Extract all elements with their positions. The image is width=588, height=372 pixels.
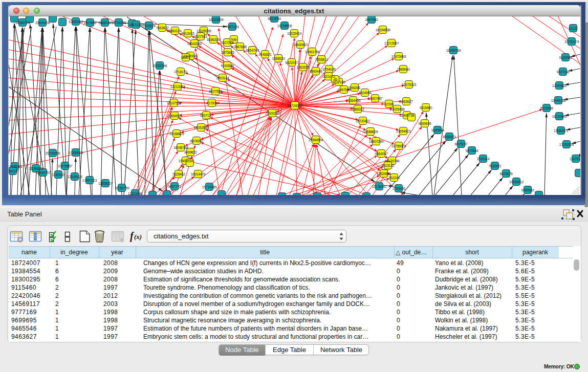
svg-text:2867608: 2867608 bbox=[233, 45, 247, 49]
svg-text:16648784: 16648784 bbox=[446, 49, 461, 52]
svg-text:9245652: 9245652 bbox=[521, 188, 534, 192]
svg-text:19384554: 19384554 bbox=[309, 138, 323, 142]
svg-text:8471676: 8471676 bbox=[499, 172, 513, 176]
svg-text:8960124: 8960124 bbox=[168, 29, 182, 33]
svg-text:15716485: 15716485 bbox=[202, 185, 217, 189]
svg-text:20206556: 20206556 bbox=[46, 151, 60, 155]
svg-text:3267130: 3267130 bbox=[200, 114, 213, 117]
svg-text:(x): (x) bbox=[134, 233, 142, 240]
svg-text:18720407: 18720407 bbox=[356, 119, 371, 123]
svg-text:7515524: 7515524 bbox=[142, 24, 156, 28]
svg-text:15751074: 15751074 bbox=[564, 40, 579, 43]
svg-text:9327508: 9327508 bbox=[221, 41, 234, 45]
svg-text:16914479: 16914479 bbox=[191, 172, 206, 176]
svg-text:8454749: 8454749 bbox=[246, 49, 259, 52]
svg-text:10975857: 10975857 bbox=[58, 164, 73, 168]
svg-text:13692971: 13692971 bbox=[554, 129, 569, 133]
svg-text:14055724: 14055724 bbox=[15, 21, 30, 25]
svg-text:9129966: 9129966 bbox=[559, 56, 572, 59]
svg-text:16033809: 16033809 bbox=[209, 18, 224, 21]
svg-text:8813054: 8813054 bbox=[268, 17, 281, 20]
svg-text:11325419: 11325419 bbox=[287, 32, 302, 35]
svg-text:16210643: 16210643 bbox=[552, 115, 567, 118]
svg-text:10973493: 10973493 bbox=[391, 55, 406, 58]
svg-text:8912915: 8912915 bbox=[181, 32, 194, 35]
svg-text:62160: 62160 bbox=[384, 102, 394, 106]
svg-text:12975115: 12975115 bbox=[402, 83, 417, 86]
svg-text:13226058: 13226058 bbox=[197, 29, 211, 33]
svg-text:12093822: 12093822 bbox=[552, 84, 567, 87]
svg-text:19654925: 19654925 bbox=[167, 114, 182, 118]
svg-text:9699695: 9699695 bbox=[418, 122, 431, 125]
svg-text:7485063: 7485063 bbox=[397, 68, 410, 71]
svg-text:17016504: 17016504 bbox=[559, 143, 574, 146]
svg-text:1615132: 1615132 bbox=[381, 164, 395, 167]
svg-text:9327503: 9327503 bbox=[194, 35, 207, 38]
svg-text:8322037: 8322037 bbox=[285, 61, 298, 64]
svg-text:19166825: 19166825 bbox=[169, 132, 184, 136]
svg-text:7886322: 7886322 bbox=[351, 107, 364, 111]
svg-text:9684067: 9684067 bbox=[375, 152, 388, 156]
svg-text:13958107: 13958107 bbox=[98, 182, 113, 185]
svg-text:16154838: 16154838 bbox=[376, 28, 390, 32]
svg-text:20364436: 20364436 bbox=[346, 99, 361, 102]
svg-text:12444156: 12444156 bbox=[551, 99, 566, 102]
svg-text:3624554: 3624554 bbox=[358, 91, 372, 95]
svg-text:10719155: 10719155 bbox=[112, 21, 126, 25]
svg-text:7632621: 7632621 bbox=[488, 164, 502, 168]
svg-text:18807249: 18807249 bbox=[369, 140, 384, 143]
svg-text:98901: 98901 bbox=[181, 56, 190, 59]
svg-text:1167534: 1167534 bbox=[570, 157, 580, 161]
svg-text:12942757: 12942757 bbox=[36, 171, 51, 174]
svg-text:16120746: 16120746 bbox=[385, 159, 400, 163]
svg-text:8215958: 8215958 bbox=[540, 106, 553, 110]
svg-text:252214: 252214 bbox=[388, 176, 400, 180]
svg-text:10654112: 10654112 bbox=[509, 180, 524, 184]
svg-text:6679197: 6679197 bbox=[454, 142, 468, 146]
svg-text:9463627: 9463627 bbox=[400, 100, 413, 103]
svg-text:15409934: 15409934 bbox=[179, 159, 193, 163]
svg-text:9115460: 9115460 bbox=[420, 106, 432, 110]
svg-text:11156829: 11156829 bbox=[29, 167, 43, 170]
svg-text:10961758: 10961758 bbox=[305, 50, 320, 54]
svg-text:6466102: 6466102 bbox=[98, 21, 112, 25]
svg-text:2803144: 2803144 bbox=[216, 76, 229, 80]
svg-text:546: 546 bbox=[231, 38, 237, 41]
svg-text:1588520: 1588520 bbox=[272, 57, 285, 60]
svg-text:13524851: 13524851 bbox=[377, 172, 391, 176]
svg-text:18724007: 18724007 bbox=[288, 104, 302, 107]
svg-text:12213967: 12213967 bbox=[384, 41, 399, 45]
svg-text:1362615: 1362615 bbox=[296, 65, 310, 69]
svg-text:11122: 11122 bbox=[569, 27, 578, 30]
svg-text:7663822: 7663822 bbox=[156, 26, 169, 30]
svg-text:9227342: 9227342 bbox=[556, 70, 570, 74]
svg-text:8990448: 8990448 bbox=[309, 70, 322, 73]
svg-text:1733426: 1733426 bbox=[392, 187, 405, 190]
svg-text:12213383: 12213383 bbox=[170, 85, 185, 89]
svg-text:6497568: 6497568 bbox=[337, 88, 351, 92]
svg-text:45: 45 bbox=[333, 78, 337, 81]
svg-text:417006: 417006 bbox=[206, 101, 217, 105]
svg-text:1640954: 1640954 bbox=[431, 128, 444, 132]
svg-text:3875685: 3875685 bbox=[221, 51, 234, 54]
svg-text:8427552: 8427552 bbox=[209, 90, 222, 93]
svg-text:9657771: 9657771 bbox=[168, 185, 181, 188]
svg-text:10653267: 10653267 bbox=[69, 20, 83, 24]
svg-text:16782759: 16782759 bbox=[115, 186, 129, 190]
svg-text:1527602: 1527602 bbox=[83, 21, 97, 25]
svg-text:7955812: 7955812 bbox=[315, 58, 328, 61]
svg-text:10807487: 10807487 bbox=[368, 97, 383, 100]
svg-text:9146821: 9146821 bbox=[258, 53, 272, 56]
svg-text:13495758: 13495758 bbox=[400, 114, 415, 117]
svg-text:39114: 39114 bbox=[9, 169, 17, 173]
svg-text:13435061: 13435061 bbox=[9, 165, 23, 168]
svg-text:16046788: 16046788 bbox=[173, 146, 188, 149]
svg-text:2718170: 2718170 bbox=[174, 70, 187, 74]
svg-text:7857224: 7857224 bbox=[226, 25, 239, 29]
svg-text:15353594: 15353594 bbox=[194, 126, 209, 129]
svg-text:3499822: 3499822 bbox=[184, 150, 197, 154]
svg-text:19218506: 19218506 bbox=[277, 24, 292, 28]
svg-text:10025438: 10025438 bbox=[390, 107, 405, 111]
svg-text:7625402: 7625402 bbox=[172, 172, 185, 176]
svg-text:1145193: 1145193 bbox=[52, 173, 65, 177]
